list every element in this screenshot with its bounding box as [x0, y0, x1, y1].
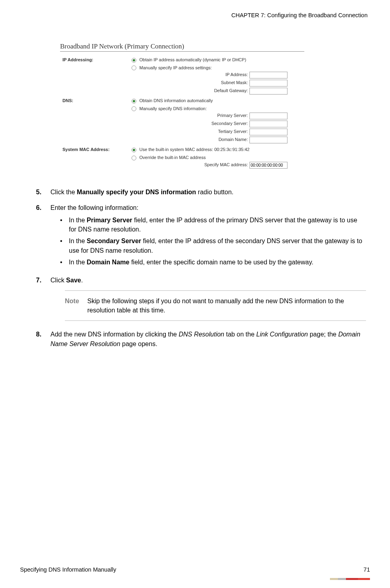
mac-builtin-label: Use the built-in system MAC address:: [139, 147, 214, 152]
config-screenshot: Broadband IP Network (Primary Connection…: [60, 42, 370, 171]
text: In the: [69, 217, 86, 224]
text: Click the: [50, 189, 77, 195]
ip-address-input[interactable]: [249, 72, 287, 79]
primary-server-input[interactable]: [249, 113, 287, 119]
step-5: 5. Click the Manually specify your DNS i…: [36, 187, 366, 197]
ip-manual-option[interactable]: Manually specify IP address settings:: [131, 65, 300, 71]
text: In the: [69, 259, 86, 266]
primary-server-label: Primary Server:: [217, 113, 248, 118]
step-number: 5.: [36, 187, 50, 197]
subnet-mask-input[interactable]: [249, 80, 287, 87]
subnet-mask-label: Subnet Mask:: [221, 81, 248, 85]
step-8: 8. Add the new DNS information by clicki…: [36, 330, 366, 348]
footer-stripe-icon: [330, 578, 370, 580]
svg-point-2: [132, 66, 136, 70]
dns-auto-label: Obtain DNS information automatically: [139, 98, 213, 103]
config-form: IP Addressing: Obtain IP address automat…: [60, 56, 302, 171]
svg-point-1: [133, 59, 135, 61]
secondary-server-input[interactable]: [249, 121, 287, 127]
svg-point-8: [132, 156, 136, 160]
note-text: Skip the following steps if you do not w…: [87, 296, 366, 315]
tertiary-server-input[interactable]: [249, 129, 287, 135]
radio-selected-icon: [131, 99, 137, 104]
default-gateway-input[interactable]: [249, 88, 287, 95]
chapter-header: CHAPTER 7: Configuring the Broadband Con…: [20, 12, 368, 18]
note-label: Note: [65, 296, 87, 315]
text: field, enter the specific domain name to…: [129, 259, 314, 266]
text-bold: Domain Name: [86, 259, 129, 266]
text: Add the new DNS information by clicking …: [50, 331, 179, 338]
text-bold: Primary Server: [86, 217, 132, 224]
svg-point-5: [132, 107, 136, 111]
radio-unselected-icon: [131, 155, 137, 161]
ip-auto-option[interactable]: Obtain IP address automatically (dynamic…: [131, 57, 300, 63]
radio-unselected-icon: [131, 65, 137, 70]
radio-selected-icon: [131, 58, 137, 63]
specify-mac-input[interactable]: [249, 162, 287, 169]
text: tab on the: [224, 331, 256, 338]
dns-auto-option[interactable]: Obtain DNS information automatically: [131, 98, 300, 104]
text: radio button.: [196, 189, 233, 195]
tertiary-server-label: Tertiary Server:: [218, 129, 248, 134]
ip-manual-label: Manually specify IP address settings:: [139, 65, 212, 70]
page-footer: Specifying DNS Information Manually 71: [20, 566, 370, 573]
text-bold: Manually specify your DNS information: [77, 189, 196, 195]
secondary-server-label: Secondary Server:: [211, 121, 248, 126]
dns-manual-option[interactable]: Manually specify DNS information:: [131, 106, 300, 112]
text-italic: Link Configuration: [256, 331, 308, 338]
text: In the: [69, 238, 86, 244]
divider: [60, 51, 304, 52]
bullet-icon: •: [60, 258, 69, 267]
mac-label: System MAC Address:: [61, 146, 129, 170]
svg-point-7: [133, 149, 135, 151]
screenshot-title: Broadband IP Network (Primary Connection…: [60, 42, 370, 50]
mac-builtin-value: 00:25:3c:91:35:42: [214, 147, 249, 152]
dns-label: DNS:: [61, 97, 129, 145]
domain-name-label: Domain Name:: [219, 137, 248, 142]
step-number: 6.: [36, 203, 50, 269]
text: Enter the following information:: [50, 203, 366, 212]
text-bold: Secondary Server: [86, 238, 141, 244]
specify-mac-label: Specify MAC address:: [204, 162, 248, 167]
text-italic: DNS Resolution: [179, 331, 224, 338]
text: page opens.: [120, 340, 157, 347]
list-item: • In the Domain Name field, enter the sp…: [60, 258, 366, 267]
bullet-icon: •: [60, 215, 69, 234]
step-number: 8.: [36, 330, 50, 348]
bullet-icon: •: [60, 236, 69, 255]
dns-manual-label: Manually specify DNS information:: [139, 106, 207, 111]
ip-auto-label: Obtain IP address automatically (dynamic…: [139, 57, 246, 62]
step-6: 6. Enter the following information: • In…: [36, 203, 366, 269]
mac-override-option[interactable]: Override the built-in MAC address: [131, 155, 300, 161]
mac-override-label: Override the built-in MAC address: [139, 155, 206, 160]
svg-point-4: [133, 100, 135, 102]
note-block: Note Skip the following steps if you do …: [65, 290, 366, 321]
text: .: [81, 277, 82, 284]
ip-addressing-label: IP Addressing:: [61, 56, 129, 97]
footer-section: Specifying DNS Information Manually: [20, 566, 116, 573]
domain-name-input[interactable]: [249, 137, 287, 143]
step-7: 7. Click Save. Note Skip the following s…: [36, 276, 366, 324]
footer-page-number: 71: [364, 566, 370, 573]
text-bold: Save: [66, 277, 81, 284]
ip-address-label: IP Address:: [225, 72, 248, 77]
radio-unselected-icon: [131, 106, 137, 111]
list-item: • In the Primary Server field, enter the…: [60, 215, 366, 234]
default-gateway-label: Default Gateway:: [214, 89, 248, 93]
step-number: 7.: [36, 276, 50, 324]
mac-builtin-option[interactable]: Use the built-in system MAC address: 00:…: [131, 147, 300, 153]
radio-selected-icon: [131, 147, 137, 153]
list-item: • In the Secondary Server field, enter t…: [60, 236, 366, 255]
text: Click: [50, 277, 66, 284]
text: page; the: [308, 331, 338, 338]
